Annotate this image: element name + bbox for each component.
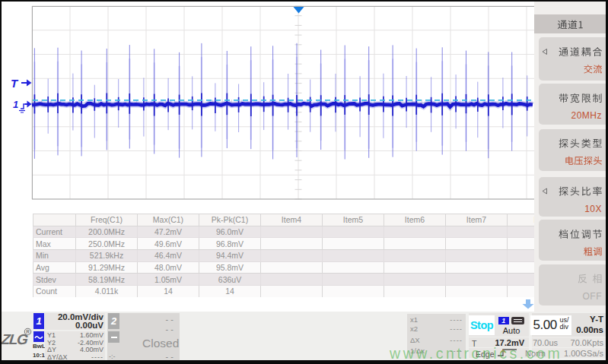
svg-text:T: T <box>11 77 19 90</box>
svg-text:R: R <box>26 329 30 334</box>
svg-text:1: 1 <box>13 99 18 110</box>
